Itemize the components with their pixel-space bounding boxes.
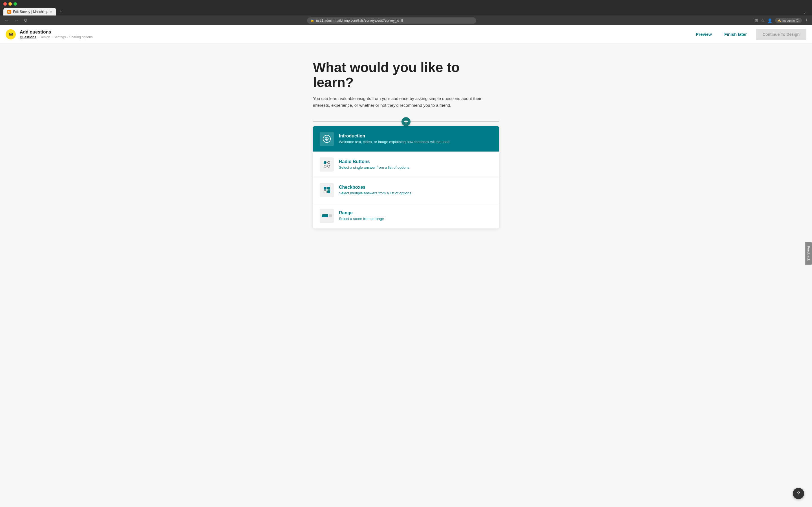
introduction-description: Welcome text, video, or image explaining… <box>339 140 449 144</box>
lock-icon: 🔒 <box>310 18 314 22</box>
breadcrumb-settings[interactable]: Settings <box>54 35 66 39</box>
back-button[interactable]: ← <box>3 17 10 24</box>
breadcrumb: Questions › Design › Settings › Sharing … <box>20 35 93 39</box>
breadcrumb-sep-1: › <box>38 35 39 39</box>
tab-list-button[interactable]: ⌄ <box>801 9 809 15</box>
radio-description: Select a single answer from a list of op… <box>339 165 409 170</box>
breadcrumb-design[interactable]: Design <box>40 35 50 39</box>
close-window-button[interactable] <box>3 2 7 6</box>
breadcrumb-sep-3: › <box>67 35 68 39</box>
radio-text: Radio Buttons Select a single answer fro… <box>339 159 409 170</box>
introduction-icon-container <box>320 132 334 146</box>
browser-address-bar-row: ← → ↻ 🔒 us21.admin.mailchimp.com/lists/s… <box>0 15 812 25</box>
new-tab-button[interactable]: + <box>57 7 65 15</box>
header-title-area: Add questions Questions › Design › Setti… <box>20 30 93 39</box>
preview-button[interactable]: Preview <box>693 30 715 39</box>
radio-icon-container <box>320 158 334 172</box>
question-type-range[interactable]: Range Select a score from a range <box>313 203 499 228</box>
question-type-introduction[interactable]: Introduction Welcome text, video, or ima… <box>313 126 499 152</box>
checkbox-checked-1 <box>324 187 326 189</box>
introduction-title: Introduction <box>339 133 449 138</box>
tab-favicon: M <box>7 10 11 14</box>
question-types-panel: Introduction Welcome text, video, or ima… <box>313 126 499 228</box>
range-title: Range <box>339 210 384 216</box>
app-header: ✉ Add questions Questions › Design › Set… <box>0 25 812 43</box>
tab-close-button[interactable]: × <box>50 10 52 14</box>
browser-right-actions: ⊞ ☆ 👤 🕵 Incognito (2) ⋮ <box>755 18 809 23</box>
checkbox-empty-1 <box>324 190 326 193</box>
incognito-badge: 🕵 Incognito (2) <box>775 18 802 23</box>
checkbox-checked-2 <box>327 187 330 189</box>
reload-button[interactable]: ↻ <box>22 17 29 24</box>
bookmark-icon[interactable]: ☆ <box>761 18 765 23</box>
browser-menu-icon[interactable]: ⋮ <box>805 18 809 23</box>
radio-empty-3 <box>327 165 330 168</box>
question-type-radio[interactable]: Radio Buttons Select a single answer fro… <box>313 152 499 177</box>
continue-to-design-button[interactable]: Continue To Design <box>756 29 806 40</box>
checkboxes-description: Select multiple answers from a list of o… <box>339 191 411 195</box>
page-title: Add questions <box>20 30 93 35</box>
browser-tabs: M Edit Survey | Mailchimp × + ⌄ <box>3 7 809 15</box>
main-content: What would you like to learn? You can le… <box>307 43 505 240</box>
fullscreen-window-button[interactable] <box>13 2 17 6</box>
feedback-tab[interactable]: Feedback <box>805 242 812 265</box>
active-browser-tab[interactable]: M Edit Survey | Mailchimp × <box>3 8 56 15</box>
svg-point-2 <box>323 135 331 143</box>
range-bar-small <box>329 214 332 217</box>
range-icon <box>322 214 332 217</box>
divider-line-left <box>313 121 402 122</box>
forward-button[interactable]: → <box>13 17 20 24</box>
address-bar[interactable]: 🔒 us21.admin.mailchimp.com/lists/surveys… <box>307 17 476 24</box>
tab-title: Edit Survey | Mailchimp <box>13 10 48 14</box>
finish-later-button[interactable]: Finish later <box>721 30 750 39</box>
radio-empty-1 <box>327 161 330 164</box>
header-right: Preview Finish later Continue To Design <box>693 29 806 40</box>
introduction-icon <box>322 135 331 143</box>
header-left: ✉ Add questions Questions › Design › Set… <box>6 29 93 40</box>
url-text: us21.admin.mailchimp.com/lists/surveys/e… <box>316 18 403 22</box>
help-button[interactable]: ? <box>793 488 804 499</box>
range-bars <box>322 214 332 217</box>
radio-title: Radio Buttons <box>339 159 409 164</box>
checkboxes-text: Checkboxes Select multiple answers from … <box>339 185 411 195</box>
divider-line-right <box>410 121 499 122</box>
range-bar-full <box>322 214 328 217</box>
introduction-text: Introduction Welcome text, video, or ima… <box>339 133 449 144</box>
plus-icon <box>404 119 408 124</box>
page-description: You can learn valuable insights from you… <box>313 95 499 109</box>
checkbox-checked-3 <box>327 190 330 193</box>
page-headline: What would you like to learn? <box>313 60 499 90</box>
range-text: Range Select a score from a range <box>339 210 384 221</box>
svg-point-3 <box>326 137 327 138</box>
range-icon-container <box>320 209 334 223</box>
profile-icon[interactable]: 👤 <box>767 18 772 23</box>
question-type-checkboxes[interactable]: Checkboxes Select multiple answers from … <box>313 177 499 203</box>
range-description: Select a score from a range <box>339 217 384 221</box>
radio-filled-1 <box>324 161 326 164</box>
browser-chrome: M Edit Survey | Mailchimp × + ⌄ <box>0 0 812 15</box>
radio-icon <box>324 161 330 168</box>
svg-text:✉: ✉ <box>9 32 13 37</box>
traffic-lights <box>3 2 809 6</box>
checkbox-icon-container <box>320 183 334 197</box>
breadcrumb-sharing[interactable]: Sharing options <box>69 35 93 39</box>
extensions-icon[interactable]: ⊞ <box>755 18 758 23</box>
radio-empty-2 <box>324 165 326 168</box>
add-question-divider <box>313 117 499 126</box>
breadcrumb-questions[interactable]: Questions <box>20 35 36 39</box>
add-question-button[interactable] <box>402 117 410 126</box>
minimize-window-button[interactable] <box>8 2 12 6</box>
mailchimp-logo: ✉ <box>6 29 16 40</box>
breadcrumb-sep-2: › <box>51 35 52 39</box>
checkbox-icon <box>324 187 330 193</box>
checkboxes-title: Checkboxes <box>339 185 411 190</box>
